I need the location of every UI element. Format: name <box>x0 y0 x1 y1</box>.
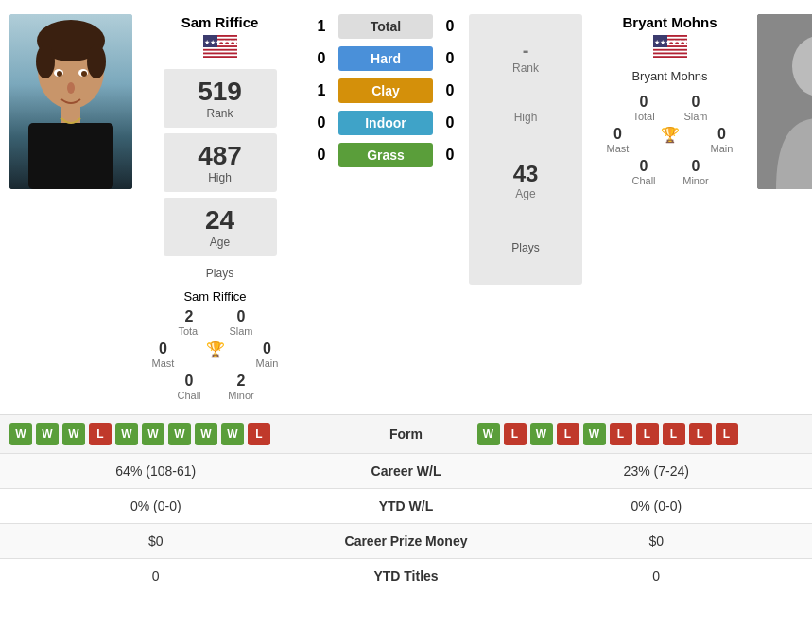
titles-row: 0 YTD Titles 0 <box>0 558 812 593</box>
total-badge: Total <box>338 14 433 39</box>
right-player-photo <box>757 14 812 189</box>
clay-right-score: 0 <box>441 82 459 99</box>
right-chall-num: 0 <box>623 158 665 175</box>
career-wl-row: 64% (108-61) Career W/L 23% (7-24) <box>0 453 812 488</box>
right-rank-label: Rank <box>512 61 539 75</box>
svg-point-8 <box>81 71 87 77</box>
total-left-score: 1 <box>312 18 331 35</box>
right-player-stats: Bryant Mohns ★★★★★★ Bryant Mohns <box>587 14 752 285</box>
match-type-rows: 1 Total 0 0 Hard 0 1 Clay 0 0 <box>307 14 464 175</box>
left-mast-cell: 0 Mast <box>142 340 184 369</box>
form-pill-w: W <box>62 423 85 445</box>
right-ytd-wl: 0% (0-0) <box>510 498 803 513</box>
ytd-wl-label: YTD W/L <box>302 498 510 513</box>
left-slam-cell: 0 Slam <box>220 308 263 337</box>
hard-left-score: 0 <box>312 50 331 67</box>
right-rank-number: - <box>512 40 539 61</box>
svg-point-4 <box>87 44 106 78</box>
prize-label: Career Prize Money <box>302 533 510 548</box>
left-chall-cell: 0 Chall <box>168 373 211 401</box>
indoor-right-score: 0 <box>441 114 459 131</box>
right-mast-num: 0 <box>596 126 639 143</box>
left-total-cell: 2 Total <box>168 308 211 337</box>
top-section: Sam Riffice ★★★★★★ 519 Ran <box>0 0 812 289</box>
right-slam-label: Slam <box>675 111 717 122</box>
form-pill-w: W <box>142 423 164 445</box>
form-pill-w: W <box>195 423 217 445</box>
total-row: 1 Total 0 <box>312 14 459 39</box>
grass-left-score: 0 <box>312 147 331 164</box>
form-label: Form <box>336 426 477 442</box>
right-total-slam-row: 0 Total 0 Slam <box>592 94 748 122</box>
titles-label: YTD Titles <box>302 568 510 583</box>
right-flag: ★★★★★★ <box>653 35 687 61</box>
form-pill-l: L <box>689 423 712 445</box>
right-slam-num: 0 <box>675 94 717 111</box>
form-pill-l: L <box>716 423 738 445</box>
left-minor-label: Minor <box>220 390 263 401</box>
left-flag: ★★★★★★ <box>203 35 237 61</box>
indoor-left-score: 0 <box>312 114 331 131</box>
left-main-num: 0 <box>246 340 288 357</box>
left-mast-num: 0 <box>142 340 184 357</box>
svg-text:★★★★★★: ★★★★★★ <box>653 39 687 45</box>
svg-point-9 <box>67 82 75 94</box>
left-minor-cell: 2 Minor <box>220 373 263 401</box>
left-slam-num: 0 <box>220 308 263 325</box>
svg-point-7 <box>57 71 62 77</box>
right-player-name: Bryant Mohns <box>622 14 717 30</box>
left-chall-label: Chall <box>168 390 211 401</box>
form-pill-w: W <box>36 423 59 445</box>
left-ytd-wl: 0% (0-0) <box>9 498 302 513</box>
right-titles: 0 <box>510 568 803 583</box>
right-stats-grid: 0 Total 0 Slam 0 Mast 🏆 <box>592 94 748 190</box>
form-pill-l: L <box>610 423 632 445</box>
right-main-cell: 0 Main <box>700 126 743 154</box>
right-minor-num: 0 <box>675 158 717 175</box>
left-plays-label: Plays <box>206 262 233 285</box>
svg-rect-11 <box>28 123 113 189</box>
left-total-label: Total <box>168 325 211 337</box>
middle-section: 1 Total 0 0 Hard 0 1 Clay 0 0 <box>307 14 464 285</box>
grass-right-score: 0 <box>441 147 459 164</box>
left-form-pills: WWWLWWWWWL <box>9 423 336 445</box>
left-player-bottom-stats: Sam Riffice 2 Total 0 Slam 0 Mast <box>132 289 298 405</box>
form-pill-l: L <box>663 423 685 445</box>
svg-rect-19 <box>203 56 237 58</box>
right-high-block: High <box>514 111 538 124</box>
left-minor-num: 2 <box>220 373 263 390</box>
right-center-stats-panel: - Rank High 43 Age Plays <box>469 14 582 285</box>
form-pill-w: W <box>583 423 606 445</box>
left-total-slam-row: 2 Total 0 Slam <box>168 308 263 337</box>
svg-point-3 <box>36 44 55 78</box>
prize-row: $0 Career Prize Money $0 <box>0 523 812 558</box>
right-chall-cell: 0 Chall <box>623 158 665 186</box>
form-pill-l: L <box>636 423 659 445</box>
svg-rect-17 <box>203 49 237 51</box>
right-player-name-below: Bryant Mohns <box>631 69 707 83</box>
total-right-score: 0 <box>441 18 459 35</box>
clay-left-score: 1 <box>312 82 331 99</box>
form-pill-w: W <box>530 423 553 445</box>
svg-rect-27 <box>653 49 687 51</box>
hard-row: 0 Hard 0 <box>312 46 459 71</box>
right-mast-label: Mast <box>596 143 639 154</box>
right-chall-label: Chall <box>623 175 665 186</box>
right-main-label: Main <box>700 143 743 154</box>
form-pill-l: L <box>557 423 579 445</box>
left-player-photo <box>9 14 132 189</box>
left-name-below: Sam Riffice <box>183 289 246 304</box>
right-total-num: 0 <box>623 94 665 111</box>
form-pill-l: L <box>89 423 112 445</box>
right-chall-minor-row: 0 Chall 0 Minor <box>592 158 748 186</box>
indoor-row: 0 Indoor 0 <box>312 111 459 135</box>
right-trophy-icon: 🏆 <box>661 127 680 143</box>
left-high-label: High <box>178 171 263 184</box>
right-mast-cell: 0 Mast <box>596 126 639 154</box>
left-total-num: 2 <box>168 308 211 325</box>
left-slam-label: Slam <box>220 325 263 337</box>
left-trophy-icon: 🏆 <box>206 341 225 357</box>
svg-rect-29 <box>653 56 687 58</box>
hard-right-score: 0 <box>441 50 459 67</box>
hard-badge: Hard <box>338 46 433 71</box>
